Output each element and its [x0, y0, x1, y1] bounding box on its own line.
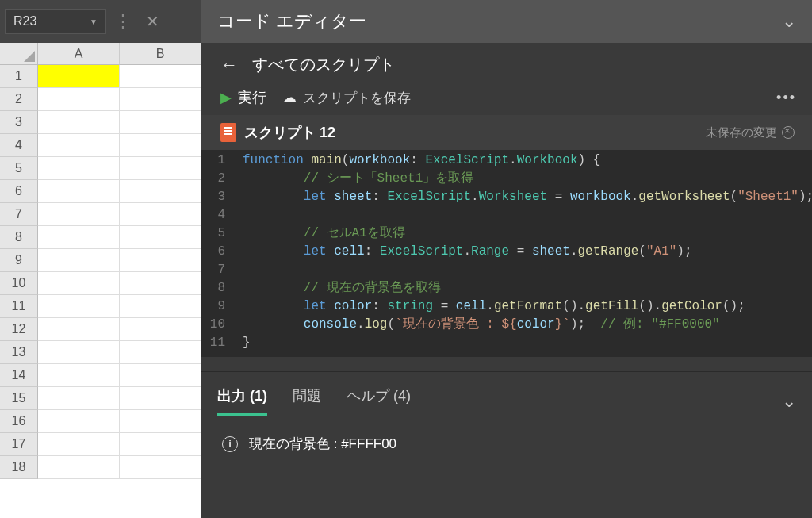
- cell[interactable]: [120, 318, 201, 341]
- tab-output[interactable]: 出力 (1): [217, 386, 267, 416]
- chevron-down-icon[interactable]: ▼: [90, 17, 98, 26]
- cell[interactable]: [120, 364, 201, 387]
- row-header[interactable]: 17: [0, 433, 38, 456]
- cell[interactable]: [120, 134, 201, 157]
- code-line[interactable]: function main(workbook: ExcelScript.Work…: [236, 152, 600, 170]
- code-line[interactable]: // シート「Sheet1」を取得: [236, 170, 473, 188]
- line-number: 1: [201, 152, 236, 170]
- tab-problems[interactable]: 問題: [293, 386, 321, 416]
- cell[interactable]: [38, 157, 120, 180]
- row-header[interactable]: 12: [0, 318, 38, 341]
- cell[interactable]: [38, 410, 120, 433]
- tab-help[interactable]: ヘルプ (4): [347, 386, 411, 416]
- cell[interactable]: [38, 180, 120, 203]
- row-header[interactable]: 14: [0, 364, 38, 387]
- line-number: 4: [201, 206, 236, 224]
- cell[interactable]: [120, 387, 201, 410]
- row-header[interactable]: 18: [0, 456, 38, 479]
- row-header[interactable]: 3: [0, 111, 38, 134]
- save-label: スクリプトを保存: [303, 89, 411, 107]
- cell[interactable]: [38, 226, 120, 249]
- line-number: 10: [201, 316, 236, 334]
- more-options-icon[interactable]: •••: [776, 90, 796, 106]
- code-line[interactable]: // 現在の背景色を取得: [236, 279, 441, 297]
- discard-icon[interactable]: [782, 126, 795, 139]
- chevron-down-icon[interactable]: ⌄: [782, 391, 796, 412]
- row-header[interactable]: 5: [0, 157, 38, 180]
- code-editor[interactable]: 1function main(workbook: ExcelScript.Wor…: [201, 150, 812, 357]
- cell[interactable]: [38, 203, 120, 226]
- cell[interactable]: [38, 65, 120, 88]
- row-header[interactable]: 6: [0, 180, 38, 203]
- code-line[interactable]: }: [236, 334, 251, 352]
- line-number: 6: [201, 243, 236, 261]
- cell[interactable]: [38, 456, 120, 479]
- cell[interactable]: [120, 295, 201, 318]
- column-header[interactable]: B: [120, 43, 201, 65]
- run-label: 実行: [238, 88, 266, 107]
- cell[interactable]: [38, 134, 120, 157]
- cell[interactable]: [38, 88, 120, 111]
- cell[interactable]: [120, 226, 201, 249]
- row-header[interactable]: 8: [0, 226, 38, 249]
- cell[interactable]: [120, 410, 201, 433]
- code-line[interactable]: [236, 206, 304, 224]
- row-header[interactable]: 4: [0, 134, 38, 157]
- cell[interactable]: [120, 341, 201, 364]
- info-icon: i: [222, 436, 238, 452]
- cell[interactable]: [38, 433, 120, 456]
- row-header[interactable]: 11: [0, 295, 38, 318]
- code-editor-panel: ← すべてのスクリプト ▶ 実行 ☁ スクリプトを保存 ••• スクリプト 12: [201, 43, 812, 518]
- cell[interactable]: [38, 295, 120, 318]
- cell[interactable]: [120, 249, 201, 272]
- code-line[interactable]: [236, 261, 304, 279]
- code-line[interactable]: let sheet: ExcelScript.Worksheet = workb…: [236, 188, 812, 206]
- row-header[interactable]: 2: [0, 88, 38, 111]
- cell[interactable]: [120, 180, 201, 203]
- play-icon: ▶: [220, 89, 232, 106]
- code-line[interactable]: // セルA1を取得: [236, 224, 405, 243]
- code-line[interactable]: let color: string = cell.getFormat().get…: [236, 297, 745, 316]
- row-header[interactable]: 7: [0, 203, 38, 226]
- row-header[interactable]: 15: [0, 387, 38, 410]
- row-header[interactable]: 13: [0, 341, 38, 364]
- column-header[interactable]: A: [38, 43, 120, 65]
- chevron-down-icon[interactable]: ⌄: [782, 11, 796, 32]
- back-arrow-icon[interactable]: ←: [220, 55, 238, 75]
- code-line[interactable]: console.log(`現在の背景色 : ${color}`); // 例: …: [236, 316, 720, 334]
- cell[interactable]: [120, 272, 201, 295]
- save-script-button[interactable]: ☁ スクリプトを保存: [282, 89, 411, 107]
- cloud-icon: ☁: [282, 89, 297, 106]
- cell[interactable]: [120, 111, 201, 134]
- formula-divider-icon: ⋮: [114, 11, 132, 32]
- row-header[interactable]: 1: [0, 65, 38, 88]
- row-header[interactable]: 9: [0, 249, 38, 272]
- run-button[interactable]: ▶ 実行: [220, 88, 266, 107]
- cell[interactable]: [38, 364, 120, 387]
- all-scripts-label[interactable]: すべてのスクリプト: [252, 54, 395, 75]
- line-number: 9: [201, 297, 236, 316]
- cell[interactable]: [38, 318, 120, 341]
- cell[interactable]: [38, 249, 120, 272]
- formula-bar-area: R23 ▼ ⋮ ✕: [0, 0, 201, 43]
- select-all-corner[interactable]: [0, 43, 38, 65]
- cell[interactable]: [38, 341, 120, 364]
- name-box[interactable]: R23 ▼: [5, 9, 106, 34]
- cell[interactable]: [38, 272, 120, 295]
- row-header[interactable]: 16: [0, 410, 38, 433]
- row-header[interactable]: 10: [0, 272, 38, 295]
- cancel-icon[interactable]: ✕: [140, 12, 166, 31]
- cell[interactable]: [120, 157, 201, 180]
- cell[interactable]: [38, 111, 120, 134]
- cell[interactable]: [120, 203, 201, 226]
- cell[interactable]: [120, 456, 201, 479]
- script-name[interactable]: スクリプト 12: [244, 123, 335, 142]
- spreadsheet-panel: AB 123456789101112131415161718: [0, 43, 201, 518]
- line-number: 3: [201, 188, 236, 206]
- unsaved-label: 未保存の変更: [706, 125, 777, 140]
- cell[interactable]: [38, 387, 120, 410]
- cell[interactable]: [120, 88, 201, 111]
- code-line[interactable]: let cell: ExcelScript.Range = sheet.getR…: [236, 243, 692, 261]
- cell[interactable]: [120, 433, 201, 456]
- cell[interactable]: [120, 65, 201, 88]
